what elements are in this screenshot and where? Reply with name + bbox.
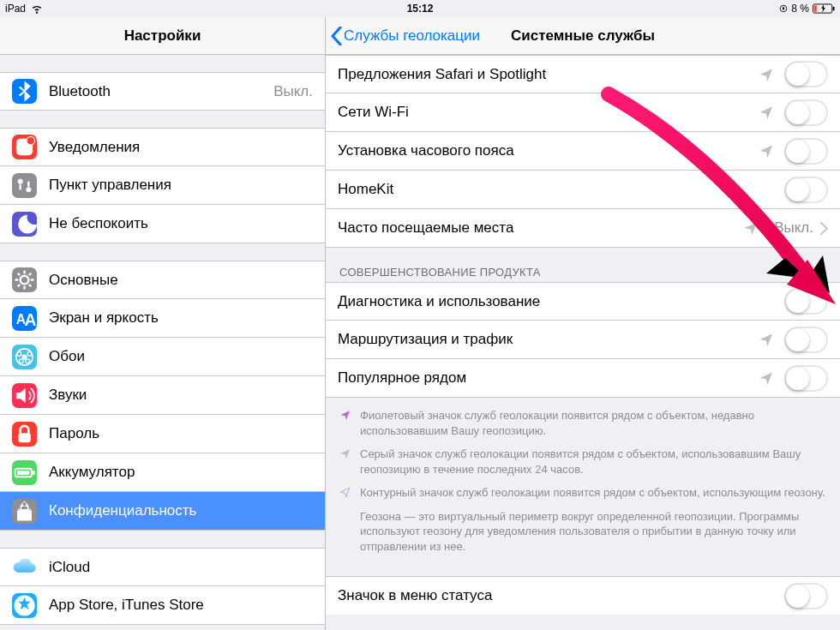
row-label: Сети Wi-Fi xyxy=(338,104,759,121)
toggle-switch[interactable] xyxy=(784,288,828,315)
svg-point-14 xyxy=(27,351,32,356)
toggle-switch[interactable] xyxy=(784,327,828,353)
sidebar-item-label: Уведомления xyxy=(49,139,313,156)
svg-text:A: A xyxy=(25,310,37,328)
row-label: Диагностика и использование xyxy=(338,293,784,310)
sidebar-item-label: Аккумулятор xyxy=(49,464,313,481)
settings-row: Значок в меню статуса xyxy=(326,576,840,615)
sidebar-item-wallpaper[interactable]: Обои xyxy=(0,338,325,376)
wallpaper-icon xyxy=(12,345,37,369)
sidebar-item-label: Bluetooth xyxy=(49,83,268,100)
sidebar-item-label: App Store, iTunes Store xyxy=(49,597,313,614)
status-bar: iPad 15:12 8 % xyxy=(0,0,840,17)
toggle-switch[interactable] xyxy=(784,177,828,203)
svg-point-12 xyxy=(21,354,27,359)
row-label: Часто посещаемые места xyxy=(338,219,743,237)
sidebar-item-label: Экран и яркость xyxy=(49,309,313,327)
sidebar-item-control-center[interactable]: Пункт управления xyxy=(0,166,325,205)
orientation-lock-icon xyxy=(779,4,788,13)
sidebar-item-battery[interactable]: Аккумулятор xyxy=(0,453,325,492)
passcode-icon xyxy=(12,422,37,447)
notifications-icon xyxy=(12,135,37,159)
back-label: Службы геолокации xyxy=(344,27,480,45)
battery-icon xyxy=(813,3,835,14)
svg-rect-19 xyxy=(33,471,34,475)
footnote-text: Фиолетовый значок служб геолокации появи… xyxy=(360,408,826,438)
battery-pct: 8 % xyxy=(791,3,809,15)
device-label: iPad xyxy=(5,3,26,15)
privacy-icon xyxy=(12,499,37,524)
bluetooth-icon xyxy=(12,79,37,104)
footnote-text: Контурный значок служб геолокации появит… xyxy=(360,485,825,501)
toggle-switch[interactable] xyxy=(784,99,828,126)
sidebar-item-display[interactable]: AAЭкран и яркость xyxy=(0,299,325,338)
detail-navbar: Службы геолокации Системные службы xyxy=(326,17,840,55)
svg-point-8 xyxy=(21,276,29,285)
icloud-icon xyxy=(12,555,37,579)
settings-row: Маршрутизация и трафик xyxy=(326,321,840,359)
svg-point-21 xyxy=(23,502,27,506)
settings-sidebar: Настройки BluetoothВыкл.УведомленияПункт… xyxy=(0,17,326,630)
settings-row: Установка часового пояса xyxy=(326,132,840,171)
row-label: Маршрутизация и трафик xyxy=(338,331,759,348)
sidebar-title: Настройки xyxy=(124,27,201,45)
svg-point-13 xyxy=(17,351,21,356)
sidebar-item-label: Звуки xyxy=(49,387,313,404)
detail-title: Системные службы xyxy=(511,27,655,45)
row-label: Популярное рядом xyxy=(338,369,759,387)
sidebar-item-bluetooth[interactable]: BluetoothВыкл. xyxy=(0,72,325,111)
svg-rect-17 xyxy=(18,433,31,442)
svg-rect-3 xyxy=(814,5,817,11)
svg-point-7 xyxy=(26,187,31,192)
sidebar-item-label: Пункт управления xyxy=(49,177,313,194)
svg-point-16 xyxy=(26,358,30,363)
chevron-left-icon xyxy=(331,27,342,45)
svg-rect-2 xyxy=(833,7,835,11)
row-label: Установка часового пояса xyxy=(338,142,759,159)
toggle-switch[interactable] xyxy=(784,138,828,165)
chevron-right-icon xyxy=(820,222,828,235)
sidebar-item-appstore[interactable]: App Store, iTunes Store xyxy=(0,586,325,625)
sidebar-item-sounds[interactable]: Звуки xyxy=(0,376,325,415)
battery-icon xyxy=(12,460,37,485)
section-header: СОВЕРШЕНСТВОВАНИЕ ПРОДУКТА xyxy=(326,248,840,282)
svg-point-6 xyxy=(18,178,23,183)
location-arrow-icon xyxy=(759,105,772,119)
sidebar-navbar: Настройки xyxy=(0,17,325,55)
back-button[interactable]: Службы геолокации xyxy=(331,17,480,54)
sidebar-item-notifications[interactable]: Уведомления xyxy=(0,128,325,166)
row-label: Значок в меню статуса xyxy=(338,587,784,604)
row-value: Выкл. xyxy=(774,219,813,237)
settings-row[interactable]: Часто посещаемые местаВыкл. xyxy=(326,209,840,248)
sidebar-item-privacy[interactable]: Конфиденциальность xyxy=(0,492,325,531)
toggle-switch[interactable] xyxy=(784,583,828,609)
location-arrow-icon xyxy=(339,485,351,501)
sidebar-item-general[interactable]: Основные xyxy=(0,261,325,299)
settings-row: Сети Wi-Fi xyxy=(326,93,840,132)
settings-row: Популярное рядом xyxy=(326,359,840,398)
status-time: 15:12 xyxy=(279,3,561,15)
location-arrow-icon xyxy=(759,371,772,385)
dnd-icon xyxy=(12,212,37,237)
control-center-icon xyxy=(12,173,37,198)
settings-row: Диагностика и использование xyxy=(326,282,840,321)
sidebar-item-label: Конфиденциальность xyxy=(49,502,313,519)
appstore-icon xyxy=(12,593,37,618)
location-arrow-icon xyxy=(759,144,772,158)
display-icon: AA xyxy=(12,306,37,331)
location-arrow-icon xyxy=(759,68,772,81)
wifi-icon xyxy=(31,3,43,15)
settings-row: HomeKit xyxy=(326,171,840,209)
sidebar-item-label: Обои xyxy=(49,348,313,365)
sidebar-item-icloud[interactable]: iCloud xyxy=(0,548,325,586)
toggle-switch[interactable] xyxy=(784,365,828,392)
row-label: Предложения Safari и Spotlight xyxy=(338,66,759,83)
sidebar-item-passcode[interactable]: Пароль xyxy=(0,415,325,453)
footnote-text: Серый значок служб геолокации появится р… xyxy=(360,447,826,477)
svg-point-5 xyxy=(27,136,35,145)
location-arrow-icon xyxy=(759,333,772,346)
sidebar-item-value: Выкл. xyxy=(273,83,313,100)
toggle-switch[interactable] xyxy=(784,61,828,87)
sidebar-item-dnd[interactable]: Не беспокоить xyxy=(0,205,325,243)
settings-row: Предложения Safari и Spotlight xyxy=(326,55,840,93)
